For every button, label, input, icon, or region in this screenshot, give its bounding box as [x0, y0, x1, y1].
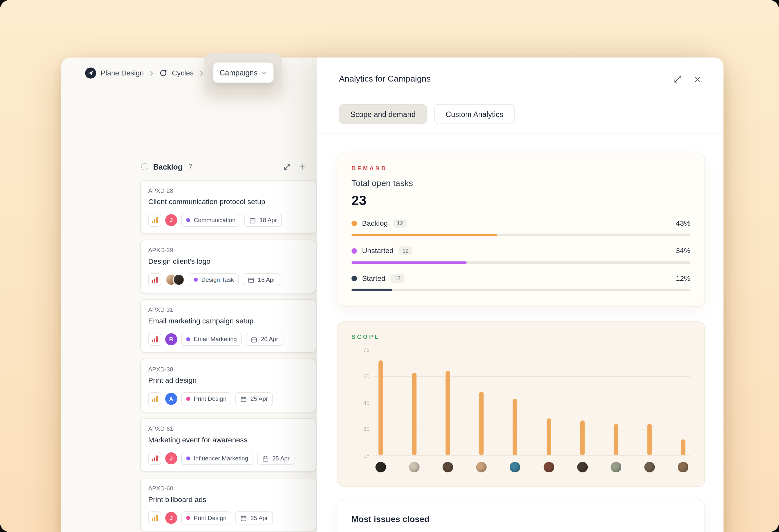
campaigns-dropdown-button[interactable]: Campaigns [213, 62, 274, 83]
assignee-avatar [544, 462, 554, 473]
label-chip[interactable]: Communication [181, 214, 241, 227]
issue-card[interactable]: APXD-38 Print ad design A Print Design 2… [140, 359, 316, 412]
priority-icon [152, 217, 158, 223]
campaigns-dropdown-highlight: Campaigns [204, 53, 282, 92]
column-backlog: Backlog 7 APXD-28 Client communication p… [140, 158, 316, 532]
demand-row-started: Started 12 12% [352, 274, 691, 291]
calendar-icon [262, 455, 269, 462]
scope-bar [546, 418, 551, 456]
tab-custom-analytics[interactable]: Custom Analytics [434, 104, 515, 124]
progress-track [352, 289, 691, 291]
issue-id: APXD-61 [148, 425, 308, 433]
assignee-avatar[interactable]: J [165, 452, 177, 464]
expand-icon[interactable] [674, 75, 682, 83]
label-chip[interactable]: Design Task [189, 273, 239, 286]
breadcrumb-cycles[interactable]: Cycles [159, 69, 193, 77]
assignee-avatar[interactable]: A [165, 393, 177, 405]
progress-fill [352, 261, 467, 264]
issue-id: APXD-29 [148, 247, 308, 254]
label-chip[interactable]: Print Design [181, 511, 232, 524]
label-chip[interactable]: Print Design [181, 392, 232, 405]
issue-card[interactable]: APXD-28 Client communication protocol se… [140, 180, 316, 234]
chevron-down-icon [261, 71, 267, 74]
issue-title: Client communication protocol setup [148, 198, 308, 206]
label-dot [186, 337, 190, 341]
label-dot [186, 456, 190, 460]
due-date-chip[interactable]: 18 Apr [243, 273, 280, 286]
divider [317, 133, 723, 134]
issue-card[interactable]: APXD-60 Print billboard ads J Print Desi… [140, 478, 316, 531]
assignee-avatar [409, 462, 420, 473]
scope-bar [412, 373, 417, 456]
due-date-chip[interactable]: 25 Apr [257, 452, 295, 465]
issue-title: Print billboard ads [148, 495, 308, 504]
issue-id: APXD-60 [148, 485, 308, 492]
calendar-icon [251, 336, 257, 342]
due-date-chip[interactable]: 18 Apr [244, 214, 282, 227]
state-name: Started [362, 274, 385, 282]
card-list-backlog: APXD-28 Client communication protocol se… [140, 180, 316, 532]
progress-track [352, 234, 691, 236]
state-dot [352, 220, 357, 226]
y-tick: 15 [354, 452, 370, 459]
state-count-badge: 12 [390, 274, 405, 283]
demand-row-unstarted: Unstarted 12 34% [352, 246, 691, 264]
priority-chip[interactable] [148, 214, 161, 227]
y-tick: 75 [354, 347, 370, 353]
assignee-avatar [577, 462, 588, 473]
add-issue-icon[interactable] [298, 163, 306, 170]
assignee-avatar[interactable]: R [165, 333, 177, 345]
priority-icon [152, 455, 158, 461]
priority-chip[interactable] [148, 392, 161, 405]
breadcrumb: Plane Design Cycles [85, 68, 203, 79]
issue-title: Email marketing campaign setup [148, 317, 308, 325]
issue-id: APXD-28 [148, 187, 308, 194]
priority-icon [152, 277, 158, 283]
y-tick: 60 [354, 373, 370, 379]
tab-scope-and-demand[interactable]: Scope and demand [339, 104, 427, 124]
label-dot [186, 218, 190, 222]
column-header-backlog: Backlog 7 [140, 158, 316, 176]
breadcrumb-workspace[interactable]: Plane Design [85, 68, 144, 79]
plane-logo-icon [85, 68, 96, 79]
demand-section: DEMAND Total open tasks 23 Backlog 12 43… [337, 152, 705, 307]
workspace-name: Plane Design [101, 69, 144, 77]
most-issues-closed-section: Most issues closed [337, 500, 705, 532]
chevron-right-icon [150, 70, 153, 76]
issue-card[interactable]: APXD-61 Marketing event for awareness J … [140, 418, 316, 472]
column-title: Backlog [153, 162, 183, 171]
label-text: Email Marketing [194, 336, 237, 343]
priority-icon [152, 515, 158, 521]
due-date-chip[interactable]: 20 Apr [246, 333, 283, 346]
due-date-chip[interactable]: 25 Apr [235, 511, 273, 524]
assignee-avatars[interactable] [165, 274, 185, 286]
state-dot [352, 275, 357, 281]
state-name: Unstarted [362, 247, 394, 255]
state-count-badge: 12 [393, 219, 407, 227]
issue-card[interactable]: APXD-29 Design client's logo Design Task… [140, 240, 316, 293]
due-date-chip[interactable]: 25 Apr [235, 392, 273, 405]
label-chip[interactable]: Influencer Marketing [181, 452, 253, 465]
label-chip[interactable]: Email Marketing [181, 333, 242, 346]
priority-chip[interactable] [148, 273, 161, 286]
priority-chip[interactable] [148, 452, 161, 465]
issue-card[interactable]: APXD-31 Email marketing campaign setup R… [140, 299, 316, 353]
analytics-title: Analytics for Campaigns [339, 74, 431, 84]
priority-chip[interactable] [148, 511, 161, 524]
assignee-avatar [476, 462, 487, 473]
scope-bar [513, 399, 518, 456]
label-text: Influencer Marketing [194, 455, 248, 462]
collapse-column-icon[interactable] [283, 163, 291, 170]
assignee-avatar [442, 462, 453, 473]
chevron-right-icon [200, 70, 203, 76]
due-date-text: 25 Apr [251, 515, 268, 522]
due-date-text: 25 Apr [251, 395, 268, 402]
close-icon[interactable] [694, 75, 701, 83]
assignee-avatar[interactable]: J [165, 214, 177, 226]
assignee-avatar[interactable]: J [165, 512, 177, 524]
label-text: Communication [194, 217, 235, 224]
priority-chip[interactable] [148, 333, 161, 346]
backlog-state-icon [141, 163, 148, 170]
progress-fill [352, 234, 497, 236]
scope-bar [378, 360, 383, 456]
